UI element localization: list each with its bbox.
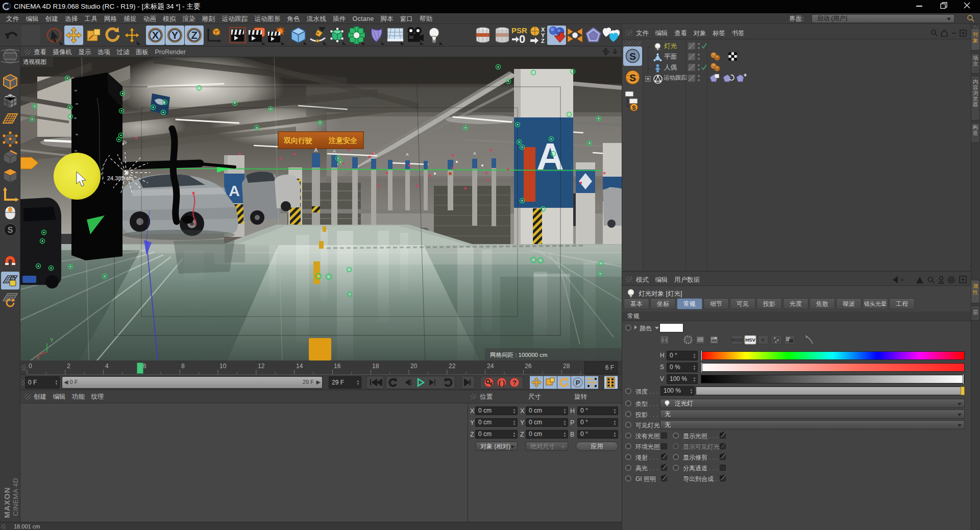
svg-text:双向行驶: 双向行驶 [283, 136, 312, 144]
svg-text:( ): ( ) [499, 379, 505, 387]
svg-text:S: S [629, 51, 636, 62]
svg-text:注意安全: 注意安全 [328, 136, 357, 144]
svg-text:20: 20 [410, 363, 418, 370]
svg-text:A: A [536, 135, 564, 178]
svg-text:X: X [152, 30, 159, 41]
svg-text:18: 18 [372, 363, 379, 370]
svg-text:S: S [8, 226, 13, 234]
svg-text:网格间距 : 100000 cm: 网格间距 : 100000 cm [490, 352, 547, 358]
svg-text:S: S [629, 73, 636, 83]
svg-text:0: 0 [29, 363, 32, 370]
svg-text:P: P [576, 379, 580, 387]
svg-text:透视视图: 透视视图 [23, 59, 46, 65]
svg-text:24: 24 [487, 363, 494, 370]
svg-text:Z: Z [191, 30, 197, 41]
svg-text:16: 16 [334, 363, 341, 370]
svg-text:8: 8 [181, 363, 185, 370]
svg-text:14: 14 [296, 363, 303, 370]
svg-text:A: A [406, 152, 409, 157]
svg-text:S: S [632, 105, 635, 111]
svg-text:K: K [762, 337, 765, 343]
svg-text:24.382 cm: 24.382 cm [107, 175, 133, 181]
svg-text:28: 28 [563, 363, 570, 370]
svg-text:12: 12 [258, 363, 265, 370]
svg-text:?: ? [512, 379, 517, 387]
svg-text:Y: Y [172, 30, 179, 41]
svg-text:26: 26 [525, 363, 532, 370]
svg-text:6: 6 [143, 363, 146, 370]
svg-text:A: A [333, 149, 336, 154]
svg-text:A: A [473, 151, 476, 156]
svg-text:22: 22 [449, 363, 456, 370]
svg-text:2: 2 [67, 363, 70, 370]
svg-text:Y: Y [50, 338, 54, 343]
svg-text:HSV: HSV [745, 337, 755, 343]
svg-text:4: 4 [105, 363, 109, 370]
svg-text:10: 10 [219, 363, 227, 370]
svg-text:0: 0 [519, 33, 525, 45]
svg-text:A: A [314, 147, 318, 153]
svg-text:RGB: RGB [731, 337, 742, 343]
svg-text:Z: Z [541, 38, 545, 44]
svg-text:X: X [36, 355, 40, 360]
svg-text:A: A [229, 182, 240, 199]
